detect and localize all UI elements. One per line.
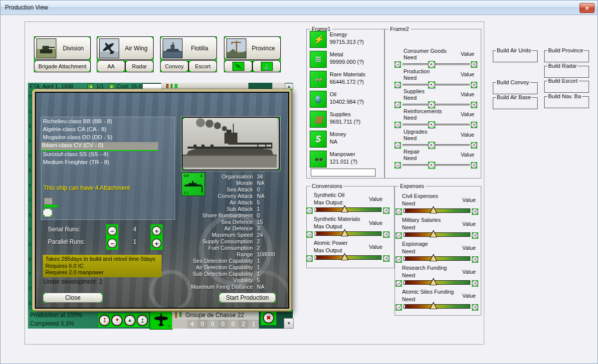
- slider-track[interactable]: [402, 144, 470, 147]
- queue-unit-stats: 4 0 0 0 0 2 1: [172, 320, 259, 329]
- slider-thumb[interactable]: [428, 81, 435, 89]
- decrease-button[interactable]: −: [395, 82, 401, 88]
- division-button[interactable]: Division: [34, 36, 91, 60]
- slider-thumb[interactable]: [428, 121, 435, 129]
- decrease-button[interactable]: −: [395, 122, 401, 128]
- slider-thumb[interactable]: [428, 162, 435, 169]
- minus-icon: −: [395, 142, 401, 149]
- move-up-button[interactable]: ▲: [124, 315, 136, 326]
- increase-button[interactable]: +: [472, 208, 478, 215]
- slider-track[interactable]: [402, 104, 470, 106]
- close-window-button[interactable]: ✕: [580, 3, 595, 13]
- air-unit-queue-item[interactable]: +: [150, 310, 173, 330]
- slider-value-label: Value: [446, 197, 476, 203]
- slider-thumb[interactable]: [429, 302, 437, 309]
- convoy-label: Convoy: [165, 63, 184, 69]
- build-naval-base-frame: Build Nav. Ba: [544, 96, 589, 108]
- decrease-button[interactable]: −: [306, 207, 313, 214]
- serial-runs-increase-button[interactable]: +: [151, 224, 163, 237]
- move-top-button[interactable]: ▲▲: [137, 315, 148, 326]
- start-production-button[interactable]: Start Production: [219, 293, 276, 303]
- flotilla-button[interactable]: Flotilla: [160, 36, 217, 60]
- increase-button[interactable]: +: [471, 162, 477, 169]
- decrease-button[interactable]: −: [396, 256, 402, 263]
- resource-value: 66446.172 (?): [330, 79, 366, 85]
- move-bottom-button[interactable]: ▼▼: [99, 315, 110, 326]
- slider-value-label: Value: [444, 132, 474, 138]
- increase-button[interactable]: +: [472, 232, 478, 239]
- ship-class-item[interactable]: Algérie-class CA (CA - 8): [42, 126, 163, 134]
- title-bar: Production View: [0, 0, 598, 15]
- increase-button[interactable]: +: [383, 255, 390, 262]
- increase-button[interactable]: +: [471, 142, 477, 149]
- build-airbase-button[interactable]: ✈: [224, 60, 252, 72]
- decrease-button[interactable]: −: [395, 102, 401, 108]
- slider-thumb[interactable]: [341, 205, 349, 212]
- ship-class-item-selected[interactable]: Béarn-class CV (CV - 0): [41, 142, 158, 151]
- slider-sublabel: Max Output: [314, 223, 342, 229]
- cancel-production-button[interactable]: ✖: [263, 312, 274, 324]
- ship-class-item[interactable]: Mogador-class DD (DD - 5): [42, 134, 163, 142]
- attachment-slot[interactable]: [44, 197, 53, 205]
- oil-icon: [310, 91, 327, 108]
- increase-button[interactable]: +: [472, 304, 478, 311]
- ship-class-item[interactable]: Richelieu-class BB (BB - 8): [42, 118, 163, 126]
- increase-button[interactable]: +: [383, 231, 390, 238]
- increase-button[interactable]: +: [471, 61, 477, 68]
- escort-button[interactable]: Escort: [189, 60, 217, 72]
- slider-label: Reinforcements: [403, 108, 442, 114]
- ship-class-item[interactable]: Medium Freighter (TR - 8): [42, 159, 163, 167]
- move-down-button[interactable]: ▼: [111, 315, 123, 326]
- attachment-slot[interactable]: [43, 208, 52, 217]
- brigade-attachment-button[interactable]: Brigade Attachment: [34, 60, 91, 72]
- scroll-down-button[interactable]: ▼: [284, 318, 294, 329]
- increase-button[interactable]: +: [472, 256, 478, 263]
- parallel-runs-increase-button[interactable]: +: [151, 237, 163, 250]
- x-icon: ✖: [266, 315, 271, 321]
- expenses-frame-title: Expenses: [399, 183, 425, 189]
- decrease-button[interactable]: −: [396, 280, 402, 287]
- double-up-arrow-icon: ▲▲: [141, 318, 144, 323]
- slider-thumb[interactable]: [341, 253, 349, 260]
- air-wing-button[interactable]: Air Wing: [97, 36, 154, 60]
- increase-button[interactable]: +: [471, 82, 477, 88]
- close-button[interactable]: Close: [43, 293, 103, 303]
- decrease-button[interactable]: −: [395, 142, 401, 149]
- increase-button[interactable]: +: [472, 280, 478, 287]
- plus-icon: +: [472, 256, 478, 263]
- increase-button[interactable]: +: [471, 122, 477, 128]
- province-button[interactable]: Province: [224, 36, 281, 60]
- slider-thumb[interactable]: [428, 61, 435, 68]
- slider-thumb[interactable]: [428, 142, 435, 149]
- slider-value-label: Value: [444, 71, 474, 77]
- build-navalbase-button[interactable]: ⚓: [252, 60, 281, 72]
- decrease-button[interactable]: −: [396, 232, 402, 239]
- slider-track[interactable]: [402, 84, 470, 86]
- increase-button[interactable]: +: [471, 102, 477, 108]
- increase-button[interactable]: +: [383, 207, 390, 214]
- decrease-button[interactable]: −: [396, 208, 402, 215]
- slider-track[interactable]: [402, 164, 470, 167]
- slider-thumb[interactable]: [341, 229, 349, 236]
- convoy-button[interactable]: Convoy: [160, 60, 189, 72]
- slider-thumb[interactable]: [429, 230, 437, 237]
- decrease-button[interactable]: −: [395, 162, 401, 169]
- decrease-button[interactable]: −: [306, 255, 313, 262]
- parallel-runs-decrease-button[interactable]: −: [106, 237, 118, 250]
- serial-runs-decrease-button[interactable]: −: [106, 224, 118, 237]
- slider-thumb[interactable]: [429, 254, 437, 261]
- ship-class-item[interactable]: Surcouf-class SS (SS - 4): [42, 151, 163, 159]
- slider-thumb[interactable]: [428, 101, 435, 109]
- plus-icon: +: [472, 280, 478, 287]
- decrease-button[interactable]: −: [395, 61, 401, 68]
- slider-track[interactable]: [402, 63, 470, 66]
- slider-thumb[interactable]: [429, 206, 437, 213]
- slider-thumb[interactable]: [429, 278, 437, 285]
- decrease-button[interactable]: −: [396, 304, 402, 311]
- slider-sublabel: Need: [403, 54, 416, 60]
- slider-track[interactable]: [402, 124, 470, 126]
- aa-button[interactable]: AA: [97, 60, 125, 72]
- decrease-button[interactable]: −: [306, 231, 313, 238]
- resource-textbox[interactable]: [311, 169, 376, 177]
- radar-button[interactable]: Radar: [125, 60, 154, 72]
